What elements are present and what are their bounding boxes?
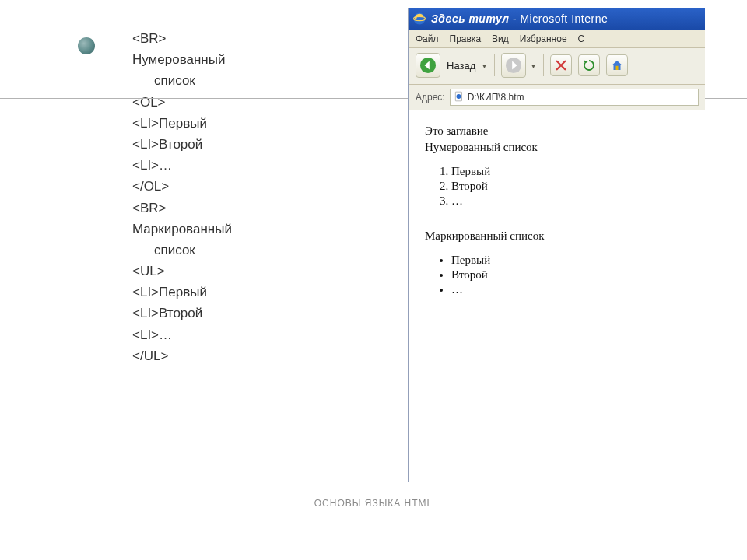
menu-item[interactable]: С (578, 33, 585, 44)
home-button[interactable] (606, 54, 628, 76)
chevron-down-icon: ▾ (480, 55, 488, 75)
menu-item[interactable]: Правка (450, 33, 482, 44)
toolbar-separator (494, 54, 495, 76)
slide: <BR>Нумерованныйсписок<OL><LI>Первый<LI>… (0, 0, 747, 560)
refresh-icon (582, 58, 596, 72)
code-line: <UL> (132, 261, 350, 282)
page-heading: Это заглавие (425, 124, 694, 138)
forward-button[interactable]: ▾ (501, 53, 537, 78)
code-line: <LI>… (132, 155, 350, 176)
code-line: список (132, 240, 350, 261)
address-value: D:\КИП\8.htm (468, 92, 524, 103)
home-icon (610, 58, 624, 72)
browser-page-content: Это заглавие Нумерованный список ПервыйВ… (409, 110, 705, 326)
browser-addressbar: Адрес: D:\КИП\8.htm (409, 85, 705, 110)
back-icon (416, 53, 440, 78)
menu-item[interactable]: Избранное (520, 33, 567, 44)
back-button[interactable]: Назад ▾ (416, 53, 488, 78)
code-line: <BR> (132, 28, 350, 49)
code-line: <LI>Второй (132, 303, 350, 324)
unordered-list: ПервыйВторой… (451, 254, 694, 296)
refresh-button[interactable] (578, 54, 600, 76)
page-subheading-ul: Маркированный список (425, 229, 694, 243)
toolbar-separator (543, 54, 544, 76)
code-line: <LI>Первый (132, 113, 350, 134)
stop-button[interactable] (550, 54, 572, 76)
code-line: Маркированный (132, 219, 350, 240)
chevron-down-icon: ▾ (529, 55, 537, 75)
window-title-suffix: - Microsoft Interne (513, 12, 608, 25)
stop-icon (554, 58, 568, 72)
menu-item[interactable]: Файл (416, 33, 439, 44)
code-line: <LI>… (132, 324, 350, 345)
code-column: <BR>Нумерованныйсписок<OL><LI>Первый<LI>… (132, 28, 350, 366)
document-icon (454, 91, 465, 104)
list-item: Второй (451, 180, 694, 193)
list-item: … (451, 194, 694, 208)
footer-caption: ОСНОВЫ ЯЗЫКА HTML (0, 498, 747, 509)
browser-menubar: ФайлПравкаВидИзбранноеС (409, 30, 705, 48)
window-title: Здесь титул - Microsoft Interne (431, 12, 608, 25)
code-line: </OL> (132, 176, 350, 197)
menu-item[interactable]: Вид (492, 33, 509, 44)
ie-logo-icon (412, 12, 426, 26)
code-line: <OL> (132, 92, 350, 113)
address-input[interactable]: D:\КИП\8.htm (450, 89, 699, 106)
back-label: Назад (444, 60, 477, 72)
window-title-prefix: Здесь титул (431, 12, 510, 25)
code-line: список (132, 70, 350, 91)
list-item: Второй (451, 268, 694, 282)
code-line: Нумерованный (132, 49, 350, 70)
code-line: </UL> (132, 345, 350, 366)
code-line: <LI>Первый (132, 282, 350, 303)
browser-titlebar: Здесь титул - Microsoft Interne (409, 8, 705, 30)
svg-rect-4 (616, 66, 619, 70)
list-item: … (451, 283, 694, 296)
list-item: Первый (451, 254, 694, 267)
ordered-list: ПервыйВторой… (451, 165, 694, 208)
forward-icon (501, 53, 526, 78)
svg-point-6 (456, 94, 461, 99)
browser-toolbar: Назад ▾ ▾ (409, 48, 705, 85)
code-line: <BR> (132, 198, 350, 219)
address-label: Адрес: (416, 92, 445, 103)
browser-window: Здесь титул - Microsoft Interne ФайлПрав… (408, 8, 705, 482)
code-line: <LI>Второй (132, 134, 350, 155)
page-subheading-ol: Нумерованный список (425, 141, 694, 154)
bullet-dot (78, 37, 95, 54)
list-item: Первый (451, 165, 694, 178)
